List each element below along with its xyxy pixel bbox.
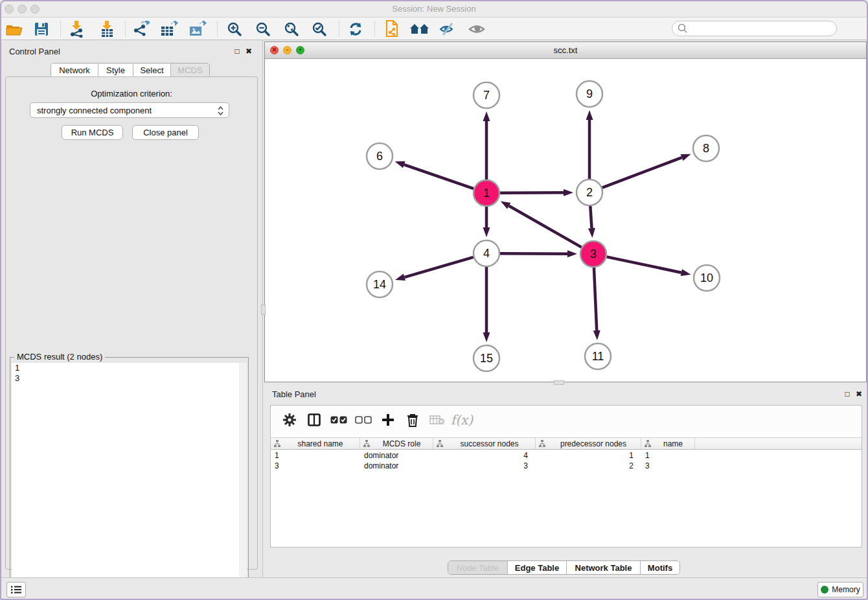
mcds-result-list[interactable]: 13	[12, 363, 247, 600]
criterion-dropdown[interactable]: strongly connected component	[30, 102, 229, 118]
deselect-all-rows-icon[interactable]	[351, 410, 376, 430]
close-panel-action-button[interactable]: Close panel	[132, 125, 199, 140]
import-table-icon[interactable]	[96, 19, 118, 39]
mcds-panel: Optimization criterion: strongly connect…	[5, 76, 258, 570]
hide-selected-icon[interactable]	[437, 19, 459, 39]
horizontal-splitter-handle[interactable]	[554, 380, 564, 385]
toolbar-separator	[60, 21, 61, 37]
table-float-button[interactable]: □	[842, 389, 852, 398]
graph-node-label: 15	[480, 352, 493, 365]
zoom-fit-icon[interactable]	[280, 19, 303, 39]
column-header-shared-name[interactable]: shared name	[271, 438, 360, 449]
result-line: 3	[12, 373, 247, 384]
network-window-title: scc.txt	[265, 45, 866, 55]
tab-motifs[interactable]: Motifs	[641, 561, 680, 574]
table-row[interactable]: 3dominator323	[271, 461, 862, 471]
result-scrollbar[interactable]	[239, 363, 247, 600]
show-panels-menu-button[interactable]	[6, 582, 26, 597]
graph-node-label: 7	[483, 89, 490, 102]
edge-3-11[interactable]	[594, 268, 597, 330]
delete-column-icon[interactable]	[400, 410, 425, 430]
edge-4-3[interactable]	[500, 253, 567, 254]
run-mcds-button[interactable]: Run MCDS	[62, 125, 123, 140]
import-network-icon[interactable]	[65, 19, 87, 39]
cell-shared-name[interactable]: 1	[271, 450, 360, 461]
edge-arrowhead	[586, 110, 593, 120]
export-image-icon[interactable]	[187, 19, 209, 39]
cell-name[interactable]: 3	[641, 461, 695, 471]
column-header-successor-nodes[interactable]: successor nodes	[433, 438, 536, 449]
close-panel-button[interactable]: ✖	[244, 47, 254, 56]
vertical-splitter-handle[interactable]	[261, 305, 266, 315]
export-network-icon[interactable]	[130, 19, 152, 39]
memory-label: Memory	[832, 585, 860, 594]
column-type-icon	[363, 440, 371, 447]
edge-arrowhead	[395, 274, 405, 281]
edge-1-6[interactable]	[404, 165, 474, 189]
tab-network[interactable]: Network	[51, 63, 98, 77]
table-panel-title: Table Panel	[272, 389, 316, 399]
edge-arrowhead	[483, 111, 490, 121]
cell-name[interactable]: 1	[641, 450, 695, 461]
add-column-icon[interactable]	[376, 410, 400, 430]
table-panel: Table Panel □ ✖	[264, 385, 868, 577]
refresh-icon[interactable]	[345, 19, 367, 39]
network-canvas[interactable]: 7968124314101511	[266, 60, 867, 382]
edge-2-3[interactable]	[590, 206, 591, 228]
table-tabs: Node TableEdge TableNetwork TableMotifs	[448, 560, 680, 575]
table-row[interactable]: 1dominator411	[271, 450, 862, 461]
table-settings-gear-icon[interactable]	[277, 410, 302, 430]
column-type-icon	[644, 440, 652, 447]
table-close-button[interactable]: ✖	[854, 389, 864, 398]
control-panel-title: Control Panel	[9, 47, 60, 56]
save-session-icon[interactable]	[30, 19, 52, 39]
edge-4-14[interactable]	[404, 257, 473, 277]
network-window-titlebar[interactable]: ✕ − + scc.txt	[265, 42, 866, 59]
cell-successor-nodes[interactable]: 3	[433, 461, 536, 471]
open-session-icon[interactable]	[3, 19, 25, 39]
search-input[interactable]	[672, 21, 837, 36]
edge-3-1[interactable]	[509, 206, 582, 248]
zoom-out-icon[interactable]	[252, 19, 274, 39]
tab-edge-table[interactable]: Edge Table	[508, 561, 567, 574]
tab-network-table[interactable]: Network Table	[567, 561, 641, 574]
list-icon	[11, 585, 21, 594]
clone-network-icon[interactable]	[381, 19, 403, 39]
search-icon	[678, 23, 688, 34]
graph-node-label: 1	[483, 187, 490, 200]
column-header-predecessor-nodes[interactable]: predecessor nodes	[536, 438, 641, 449]
tab-mcds[interactable]: MCDS	[171, 63, 209, 77]
column-panel-icon[interactable]	[302, 410, 326, 430]
cell-mcds-role[interactable]: dominator	[360, 450, 433, 461]
graph-node-label: 14	[373, 278, 386, 291]
edge-arrowhead	[593, 330, 600, 340]
float-panel-button[interactable]: □	[232, 47, 242, 56]
cell-shared-name[interactable]: 3	[271, 461, 360, 471]
tab-style[interactable]: Style	[98, 63, 133, 77]
edge-arrowhead	[567, 250, 577, 257]
edge-1-2[interactable]	[500, 192, 564, 193]
app-titlebar: Session: New Session	[0, 0, 868, 17]
tab-select[interactable]: Select	[133, 63, 171, 77]
edge-2-8[interactable]	[602, 157, 682, 187]
select-all-rows-icon[interactable]	[326, 410, 351, 430]
memory-button[interactable]: Memory	[817, 582, 863, 597]
control-panel: Control Panel □ ✖ NetworkStyleSelectMCDS…	[0, 40, 263, 577]
zoom-in-icon[interactable]	[223, 19, 246, 39]
first-neighbors-icon[interactable]	[409, 19, 431, 39]
show-all-icon[interactable]	[466, 19, 488, 39]
cell-predecessor-nodes[interactable]: 1	[536, 450, 641, 461]
tab-node-table[interactable]: Node Table	[448, 561, 508, 574]
column-header-mcds-role[interactable]: MCDS role	[360, 438, 433, 449]
column-header-name[interactable]: name	[641, 438, 695, 449]
cell-mcds-role[interactable]: dominator	[360, 461, 433, 471]
export-table-icon[interactable]	[158, 19, 180, 39]
zoom-selected-icon[interactable]	[308, 19, 330, 39]
table-header-row[interactable]: shared nameMCDS rolesuccessor nodesprede…	[271, 437, 862, 450]
cell-successor-nodes[interactable]: 4	[433, 450, 536, 461]
edge-3-10[interactable]	[607, 257, 681, 272]
column-header-label: successor nodes	[444, 439, 535, 448]
cell-predecessor-nodes[interactable]: 2	[536, 461, 641, 471]
edge-arrowhead	[681, 269, 691, 276]
optimization-criterion-label: Optimization criterion:	[6, 89, 257, 98]
